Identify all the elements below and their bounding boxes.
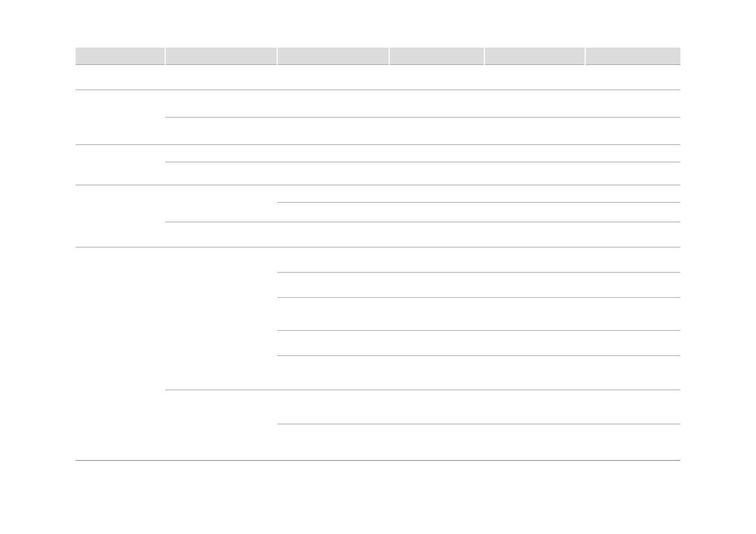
table-cell-text <box>277 298 389 302</box>
table-cell-text <box>76 65 165 69</box>
table-cell <box>277 390 389 424</box>
table-cell <box>389 90 484 118</box>
table-cell-text <box>585 424 680 429</box>
table-cell-text <box>389 90 484 95</box>
table-cell-text <box>277 145 389 149</box>
table-cell-text <box>76 331 165 335</box>
table-cell <box>165 185 277 203</box>
table-cell <box>389 356 484 390</box>
table-cell <box>389 298 484 331</box>
table-cell-text <box>76 298 165 302</box>
table-cell-text <box>76 247 165 252</box>
table-row <box>76 273 680 298</box>
table-cell-text <box>76 145 165 149</box>
table-cell <box>76 162 165 185</box>
data-table <box>76 48 680 461</box>
table-cell-text <box>165 162 277 167</box>
table-cell-text <box>277 331 389 335</box>
table-cell <box>389 247 484 273</box>
table-cell <box>277 222 389 247</box>
table-cell-text <box>165 247 277 252</box>
table-row <box>76 298 680 331</box>
table-header-cell <box>277 48 389 65</box>
table-cell-text <box>585 145 680 149</box>
table-cell-text <box>585 162 680 167</box>
table-cell <box>76 222 165 247</box>
table-container <box>76 48 680 461</box>
table-cell-text <box>165 390 277 395</box>
table-cell <box>277 273 389 298</box>
table-row <box>76 118 680 145</box>
table-cell <box>76 356 165 390</box>
table-cell-text <box>484 424 585 429</box>
table-cell <box>484 356 585 390</box>
table-cell-text <box>76 222 165 227</box>
table-cell <box>585 65 680 90</box>
table-cell-text <box>277 90 389 95</box>
table-cell-text <box>165 356 277 360</box>
table-cell-text <box>484 331 585 335</box>
table-cell <box>165 222 277 247</box>
table-cell <box>585 145 680 162</box>
table-cell <box>76 203 165 222</box>
table-header-cell <box>165 48 277 65</box>
table-cell <box>585 331 680 356</box>
table-cell-text <box>76 203 165 207</box>
table-cell <box>277 424 389 461</box>
table-cell <box>76 298 165 331</box>
table-cell <box>76 424 165 461</box>
table-cell <box>585 424 680 461</box>
table-cell-text <box>389 424 484 429</box>
table-row <box>76 424 680 461</box>
table-cell <box>277 145 389 162</box>
table-cell <box>389 185 484 203</box>
table-cell-text <box>389 203 484 207</box>
table-cell <box>585 247 680 273</box>
table-cell-text <box>484 145 585 149</box>
table-cell-text <box>585 298 680 302</box>
table-row <box>76 162 680 185</box>
table-cell-text <box>76 356 165 360</box>
table-cell-text <box>484 65 585 69</box>
table-cell <box>165 118 277 145</box>
table-cell-text <box>165 118 277 122</box>
table-cell-text <box>484 390 585 395</box>
table-cell-text <box>484 203 585 207</box>
table-row <box>76 65 680 90</box>
table-cell-text <box>165 331 277 335</box>
table-cell <box>484 247 585 273</box>
table-cell-text <box>484 90 585 95</box>
table-cell-text <box>165 298 277 302</box>
table-cell <box>389 273 484 298</box>
table-cell-text <box>165 185 277 190</box>
table-cell <box>585 162 680 185</box>
table-cell <box>165 273 277 298</box>
table-row <box>76 90 680 118</box>
table-cell-text <box>277 118 389 122</box>
table-cell <box>277 185 389 203</box>
table-cell-text <box>76 273 165 277</box>
table-header-cell <box>76 48 165 65</box>
table-cell <box>277 65 389 90</box>
table-cell-text <box>585 90 680 95</box>
table-cell <box>277 162 389 185</box>
table-cell-text <box>585 356 680 360</box>
table-cell-text <box>277 222 389 227</box>
table-row <box>76 247 680 273</box>
table-cell-text <box>277 424 389 429</box>
table-cell-text <box>277 356 389 360</box>
table-cell-text <box>585 118 680 122</box>
table-cell-text <box>585 222 680 227</box>
table-cell <box>585 203 680 222</box>
table-cell <box>76 273 165 298</box>
table-cell-text <box>389 298 484 302</box>
table-cell <box>484 273 585 298</box>
table-cell-text <box>585 273 680 277</box>
table-cell-text <box>389 331 484 335</box>
table-cell <box>389 390 484 424</box>
table-header-cell <box>585 48 680 65</box>
table-cell-text <box>165 424 277 429</box>
table-cell <box>585 185 680 203</box>
table-cell <box>76 65 165 90</box>
table-cell <box>484 185 585 203</box>
